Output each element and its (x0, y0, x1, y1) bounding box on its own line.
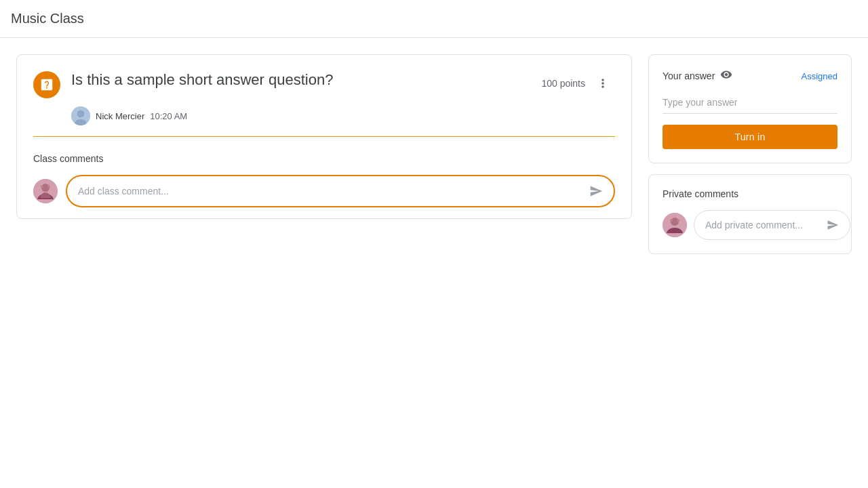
private-comments-card: Private comments (648, 174, 852, 254)
comment-input-row (33, 175, 615, 207)
private-comment-input-wrapper[interactable] (694, 210, 850, 240)
svg-point-5 (41, 185, 43, 188)
send-class-comment-button[interactable] (587, 182, 606, 201)
svg-point-8 (671, 218, 679, 226)
private-comments-title: Private comments (663, 188, 837, 199)
more-options-button[interactable] (591, 71, 615, 96)
question-time: 10:20 AM (150, 111, 187, 121)
send-private-comment-button[interactable] (824, 216, 842, 234)
left-panel: Is this a sample short answer question? … (16, 54, 632, 254)
svg-point-6 (47, 185, 50, 188)
private-comment-input[interactable] (705, 220, 824, 230)
answer-input[interactable] (663, 92, 837, 114)
app-title: Music Class (11, 11, 84, 26)
right-panel: Your answer Assigned Turn in Private com… (648, 54, 852, 254)
question-card: Is this a sample short answer question? … (16, 54, 632, 219)
answer-card: Your answer Assigned Turn in (648, 54, 852, 163)
author-row: Nick Mercier 10:20 AM (33, 106, 615, 125)
private-user-avatar (663, 213, 687, 237)
question-title: Is this a sample short answer question? (71, 71, 530, 89)
points-label: 100 points (541, 78, 585, 89)
turn-in-button[interactable]: Turn in (663, 125, 837, 149)
svg-point-9 (670, 219, 673, 222)
class-comment-input-wrapper[interactable] (66, 175, 615, 207)
main-layout: Is this a sample short answer question? … (0, 38, 868, 270)
svg-point-1 (77, 110, 85, 117)
question-icon (33, 71, 60, 98)
author-avatar (71, 106, 90, 125)
question-header: Is this a sample short answer question? … (33, 71, 615, 98)
svg-point-4 (41, 184, 50, 192)
author-name: Nick Mercier (96, 111, 144, 121)
assigned-badge: Assigned (802, 71, 837, 81)
private-comment-row (663, 210, 837, 240)
eye-icon (720, 68, 732, 83)
current-user-avatar (33, 179, 58, 203)
class-comments-title: Class comments (33, 153, 615, 164)
your-answer-label: Your answer (663, 68, 732, 83)
divider (33, 136, 615, 137)
class-comment-input[interactable] (78, 186, 587, 197)
svg-point-10 (677, 219, 679, 222)
answer-card-header: Your answer Assigned (663, 68, 837, 83)
class-comments-section: Class comments (33, 153, 615, 207)
top-bar: Music Class (0, 0, 868, 38)
